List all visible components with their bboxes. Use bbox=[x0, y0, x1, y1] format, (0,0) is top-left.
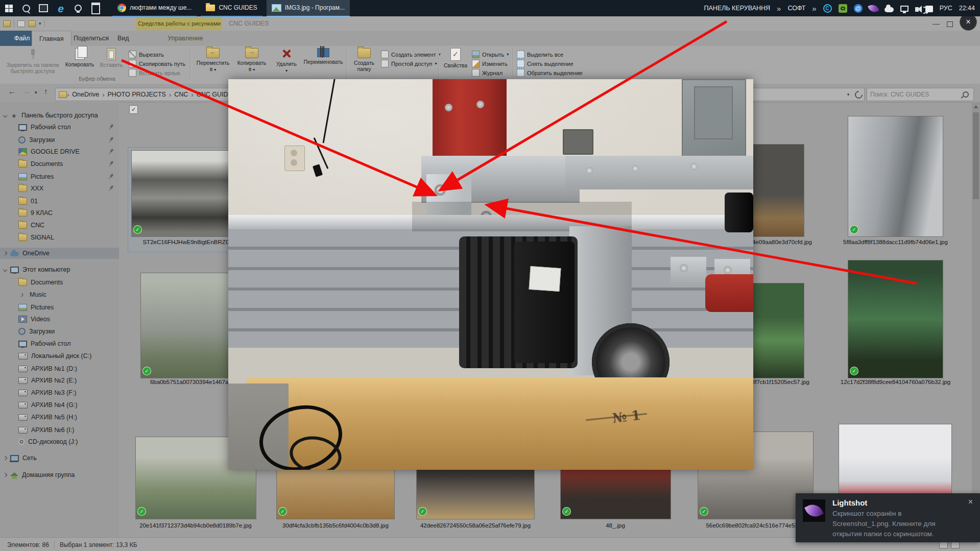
tab-home[interactable]: Главная bbox=[32, 31, 71, 46]
tab-share[interactable]: Поделиться bbox=[66, 31, 116, 46]
start-button[interactable] bbox=[0, 0, 17, 16]
sidebar-item-pictures[interactable]: Pictures bbox=[0, 171, 119, 182]
task-view-button[interactable] bbox=[35, 0, 52, 16]
toolbar-control-panel[interactable]: ПАНЕЛЬ КЕРУВАННЯ bbox=[704, 5, 771, 12]
forward-button[interactable]: → bbox=[22, 87, 30, 95]
sidebar-item-network[interactable]: Сеть bbox=[0, 452, 119, 464]
file-label[interactable]: 30df4cfa3cbfb135b5c6fd4004c0b3d8.jpg bbox=[272, 522, 399, 529]
pin-to-quick-access-button[interactable]: Закрепить на панелибыстрого доступа bbox=[4, 47, 61, 74]
sidebar-item-archive-e[interactable]: АРХИВ №2 (E:) bbox=[0, 375, 119, 386]
sidebar-item-archive-f[interactable]: АРХИВ №3 (F:) bbox=[0, 387, 119, 398]
paste-button[interactable]: Вставить bbox=[97, 47, 126, 68]
file-label[interactable]: 48_.jpg bbox=[552, 522, 679, 529]
back-button[interactable]: ← bbox=[8, 87, 16, 95]
history-button[interactable]: Журнал bbox=[472, 68, 503, 77]
sidebar-item-this-pc[interactable]: Этот компьютер bbox=[0, 264, 119, 275]
tray-c-icon[interactable]: C bbox=[823, 4, 832, 13]
delete-button[interactable]: Удалить▾ bbox=[273, 47, 300, 74]
move-to-button[interactable]: ← Переместитьв ▾ bbox=[194, 47, 232, 73]
sidebar-item-pc-documents[interactable]: Documents bbox=[0, 277, 119, 288]
sidebar-item-xxx[interactable]: XXX bbox=[0, 183, 119, 194]
sidebar-item-archive-i[interactable]: АРХИВ №6 (I:) bbox=[0, 424, 119, 436]
sidebar-item-onedrive[interactable]: OneDrive bbox=[0, 248, 119, 259]
chevrons-icon[interactable]: » bbox=[812, 4, 816, 13]
breadcrumb-photo-projects[interactable]: PHOTO PROJECTS bbox=[104, 91, 169, 98]
file-label[interactable]: 20e141f3712373d4b94cb0e8d0189b7e.jpg bbox=[132, 522, 259, 529]
qat-customize-dropdown[interactable]: ▾ bbox=[39, 21, 41, 26]
easy-access-button[interactable]: Простой доступ ▾ bbox=[381, 59, 437, 68]
photo-viewer-image[interactable]: № 1 bbox=[228, 79, 753, 470]
restore-button[interactable] bbox=[947, 20, 953, 29]
sidebar-item-9-klas[interactable]: 9 КЛАС bbox=[0, 207, 119, 219]
language-indicator[interactable]: РУС bbox=[940, 5, 952, 12]
up-button[interactable]: ↑ bbox=[44, 87, 48, 95]
invert-selection-button[interactable]: Обратить выделение bbox=[517, 68, 583, 77]
properties-button[interactable]: ✓ Свойства bbox=[441, 47, 470, 68]
qat-folder-icon[interactable] bbox=[3, 20, 11, 27]
calculator-button[interactable] bbox=[87, 0, 104, 16]
address-dropdown-button[interactable]: ▾ bbox=[844, 88, 853, 101]
qat-properties-icon[interactable] bbox=[17, 20, 25, 27]
sidebar-item-archive-g[interactable]: АРХИВ №4 (G:) bbox=[0, 399, 119, 411]
tab-manage[interactable]: Управление bbox=[150, 31, 221, 46]
sidebar-item-01[interactable]: 01 bbox=[0, 196, 119, 207]
select-all-button[interactable]: Выделить все bbox=[517, 50, 563, 59]
toast-close-icon[interactable]: × bbox=[968, 497, 973, 507]
sidebar-item-videos[interactable]: Videos bbox=[0, 314, 119, 325]
rename-button[interactable]: Переименовать bbox=[301, 47, 345, 65]
cut-button[interactable]: Вырезать bbox=[129, 50, 164, 59]
file-label[interactable]: 5f8aa3dff8f1388dacc11d9fb74d06e1.jpg bbox=[835, 239, 955, 245]
sidebar-item-archive-d[interactable]: АРХИВ №1 (D:) bbox=[0, 363, 119, 374]
copy-path-button[interactable]: Скопировать путь bbox=[129, 59, 185, 68]
tray-notification-icon[interactable] bbox=[925, 6, 933, 12]
new-item-button[interactable]: Создать элемент ▾ bbox=[381, 50, 441, 59]
breadcrumb-onedrive[interactable]: OneDrive bbox=[69, 91, 102, 98]
taskbar-app-chrome[interactable]: люфтами между ше... bbox=[112, 0, 197, 17]
sidebar-item-desktop[interactable]: Рабочий стол bbox=[0, 122, 119, 133]
sidebar-item-downloads[interactable]: ↓Загрузки bbox=[0, 134, 119, 146]
sidebar-item-disk-c[interactable]: Локальный диск (C:) bbox=[0, 350, 119, 362]
sidebar-item-cd-drive[interactable]: CD-дисковод (J:) bbox=[0, 436, 119, 447]
tab-view[interactable]: Вид bbox=[110, 31, 136, 46]
tray-at-icon[interactable]: @ bbox=[854, 4, 863, 13]
search-input[interactable] bbox=[867, 91, 963, 98]
taskbar-app-photo-viewer[interactable]: IMG3.jpg - Програм... bbox=[267, 0, 350, 17]
file-label[interactable]: 42dee826724550c58a06e25af76efe79.jpg bbox=[412, 522, 539, 529]
sidebar-item-music[interactable]: ♪Music bbox=[0, 289, 119, 300]
file-thumbnail[interactable] bbox=[848, 260, 943, 378]
edit-button[interactable]: Изменить bbox=[472, 59, 508, 68]
sidebar-item-pc-pictures[interactable]: Pictures bbox=[0, 302, 119, 313]
refresh-button[interactable] bbox=[853, 88, 865, 101]
open-button[interactable]: Открыть ▾ bbox=[472, 50, 509, 59]
file-label[interactable]: 12c17d2f38f8d9cee84104760a076b32.jpg bbox=[835, 379, 955, 385]
sidebar-item-signal[interactable]: SIGNAL bbox=[0, 232, 119, 243]
file-thumbnail[interactable] bbox=[848, 116, 943, 236]
paste-shortcut-button[interactable]: Вставить ярлык bbox=[129, 68, 180, 77]
tray-network-icon[interactable] bbox=[900, 6, 909, 12]
tray-cloud-icon[interactable] bbox=[885, 7, 894, 12]
scrollbar-up-arrow[interactable] bbox=[972, 103, 980, 110]
new-folder-button[interactable]: Создатьпапку bbox=[349, 47, 379, 72]
qat-new-folder-icon[interactable] bbox=[28, 20, 36, 27]
sidebar-item-documents[interactable]: Documents bbox=[0, 158, 119, 170]
item-checkbox[interactable]: ✓ bbox=[129, 105, 138, 114]
edge-button[interactable]: e bbox=[52, 0, 69, 16]
toolbar-soft[interactable]: СОФТ bbox=[787, 5, 805, 12]
copy-to-button[interactable]: → Копироватьв ▾ bbox=[234, 47, 270, 73]
clock[interactable]: 22:44 bbox=[959, 5, 975, 12]
sidebar-item-archive-h[interactable]: АРХИВ №5 (H:) bbox=[0, 412, 119, 423]
breadcrumb-cnc[interactable]: CNC bbox=[171, 91, 191, 98]
select-none-button[interactable]: Снять выделение bbox=[517, 59, 573, 68]
sidebar-item-google-drive[interactable]: GOOGLE DRIVE bbox=[0, 146, 119, 157]
recent-locations-dropdown[interactable]: ▾ bbox=[35, 90, 37, 95]
sidebar-item-homegroup[interactable]: Домашняя группа bbox=[0, 469, 119, 481]
sidebar-item-cnc[interactable]: CNC bbox=[0, 220, 119, 231]
cortana-button[interactable] bbox=[69, 0, 87, 16]
taskbar-search-button[interactable] bbox=[17, 0, 35, 16]
scrollbar-thumb[interactable] bbox=[973, 112, 979, 199]
tray-nvidia-icon[interactable] bbox=[839, 4, 847, 13]
tray-volume-icon[interactable] bbox=[915, 7, 919, 12]
taskbar-app-explorer[interactable]: CNC GUIDES bbox=[201, 0, 262, 17]
lightshot-toast[interactable]: Lightshot Скриншот сохранён в Screenshot… bbox=[796, 493, 980, 542]
tray-lightshot-icon[interactable] bbox=[868, 3, 879, 14]
